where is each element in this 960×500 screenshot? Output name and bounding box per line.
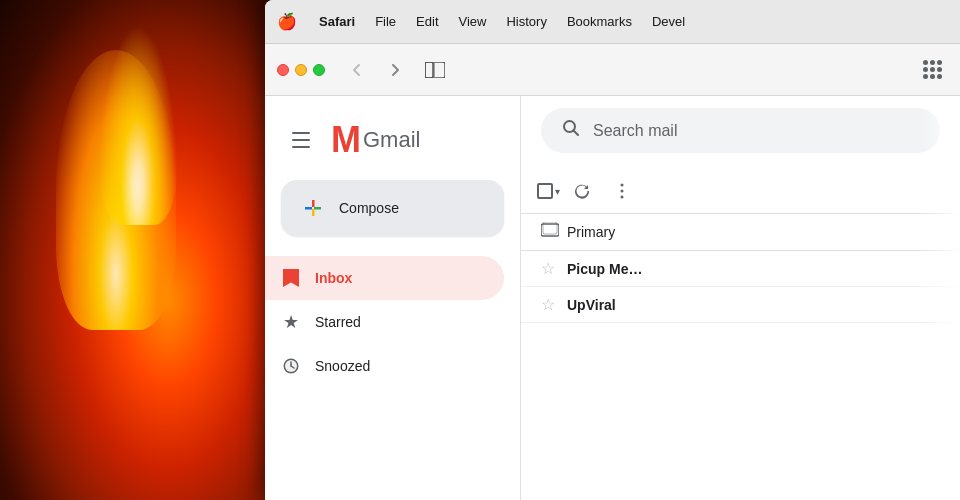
browser-toolbar (265, 44, 960, 96)
menu-file[interactable]: File (365, 10, 406, 33)
more-options-button[interactable] (604, 173, 640, 209)
action-bar: ▾ (521, 169, 960, 214)
star-button-1[interactable]: ☆ (541, 295, 555, 314)
compose-plus-icon (301, 196, 325, 220)
svg-rect-4 (314, 207, 321, 210)
select-dropdown-icon[interactable]: ▾ (555, 186, 560, 197)
forward-button[interactable] (381, 56, 409, 84)
menu-devel[interactable]: Devel (642, 10, 695, 33)
menu-edit[interactable]: Edit (406, 10, 448, 33)
gmail-m-letter: M (331, 122, 361, 158)
menu-bookmarks[interactable]: Bookmarks (557, 10, 642, 33)
svg-rect-1 (425, 62, 445, 78)
menu-history[interactable]: History (496, 10, 556, 33)
apple-menu[interactable]: 🍎 (277, 12, 297, 31)
star-icon: ★ (281, 312, 301, 332)
nav-label-snoozed: Snoozed (315, 358, 370, 374)
menu-view[interactable]: View (449, 10, 497, 33)
macos-menu-bar: 🍎 Safari File Edit View History Bookmark… (265, 0, 960, 44)
search-placeholder-text: Search mail (593, 122, 677, 140)
gmail-main-area: Search mail ▾ (521, 96, 960, 500)
primary-tab-icon (541, 222, 559, 242)
email-row-0[interactable]: ☆ Picup Media (521, 251, 960, 287)
nav-item-snoozed[interactable]: Snoozed (265, 344, 504, 388)
hamburger-line (292, 146, 310, 148)
gmail-wordmark: Gmail (363, 127, 420, 153)
sidebar-toggle-button[interactable] (419, 56, 451, 84)
mac-browser-window: 🍎 Safari File Edit View History Bookmark… (265, 0, 960, 500)
nav-item-starred[interactable]: ★ Starred (265, 300, 504, 344)
nav-label-inbox: Inbox (315, 270, 352, 286)
email-row-1[interactable]: ☆ UpViral (521, 287, 960, 323)
gmail-logo: M Gmail (331, 122, 420, 158)
browser-content: M Gmail Compose (265, 96, 960, 500)
menu-safari[interactable]: Safari (309, 10, 365, 33)
star-button-0[interactable]: ☆ (541, 259, 555, 278)
fade-overlay (920, 96, 960, 500)
email-sender-1: UpViral (567, 297, 647, 313)
search-bar[interactable]: Search mail (541, 108, 940, 153)
nav-label-starred: Starred (315, 314, 361, 330)
clock-icon (281, 356, 301, 376)
svg-rect-3 (305, 207, 312, 210)
svg-rect-0 (425, 62, 433, 78)
gmail-content: Search mail ▾ (521, 96, 960, 323)
svg-rect-5 (312, 200, 315, 207)
fullscreen-button[interactable] (313, 64, 325, 76)
search-icon (561, 118, 581, 143)
svg-line-12 (574, 131, 579, 136)
grid-menu-button[interactable] (916, 56, 948, 84)
minimize-button[interactable] (295, 64, 307, 76)
select-all-checkbox[interactable] (537, 183, 553, 199)
hamburger-menu-button[interactable] (281, 120, 321, 160)
svg-point-15 (621, 196, 624, 199)
primary-tab[interactable]: Primary (521, 214, 960, 251)
inbox-icon (281, 268, 301, 288)
fire-background (0, 0, 280, 500)
traffic-lights (277, 64, 325, 76)
grid-icon (923, 60, 942, 79)
search-area: Search mail (521, 96, 960, 169)
compose-label: Compose (339, 200, 399, 216)
back-button[interactable] (343, 56, 371, 84)
hamburger-line (292, 139, 310, 141)
nav-item-inbox[interactable]: Inbox (265, 256, 504, 300)
refresh-button[interactable] (564, 173, 600, 209)
gmail-sidebar: M Gmail Compose (265, 96, 521, 500)
primary-tab-label: Primary (567, 224, 615, 240)
email-sender-0: Picup Media (567, 261, 647, 277)
svg-rect-6 (312, 209, 315, 216)
compose-button[interactable]: Compose (281, 180, 504, 236)
gmail-header: M Gmail (265, 112, 520, 180)
close-button[interactable] (277, 64, 289, 76)
svg-point-14 (621, 190, 624, 193)
svg-point-13 (621, 184, 624, 187)
select-checkbox-area[interactable]: ▾ (537, 183, 560, 199)
hamburger-line (292, 132, 310, 134)
